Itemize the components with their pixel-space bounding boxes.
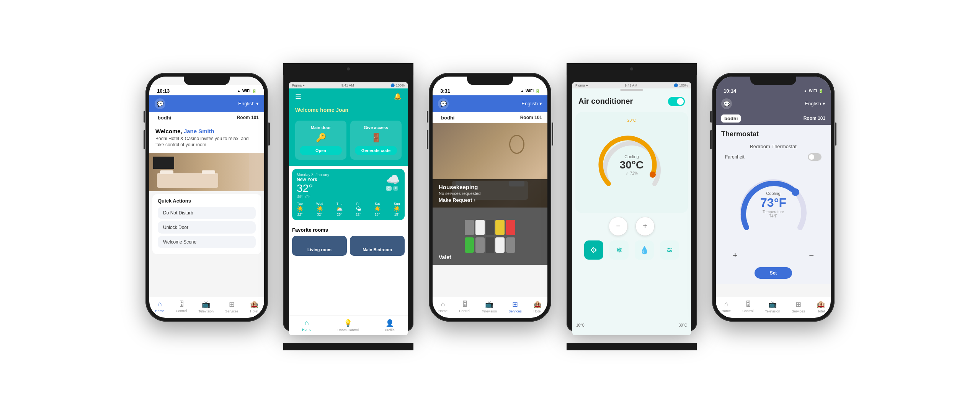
celsius-unit[interactable]: C bbox=[386, 186, 392, 191]
nav-hotel[interactable]: 🏨 Hotel bbox=[817, 300, 825, 313]
welcome-text: Welcome home Joan bbox=[295, 107, 402, 113]
profile-label: Profile bbox=[385, 328, 395, 332]
ac-mode-icons: ⚙ ❄ 💧 ≋ bbox=[572, 240, 691, 260]
volume-up-btn[interactable] bbox=[144, 111, 145, 123]
make-request-button[interactable]: Make Request › bbox=[439, 197, 541, 203]
p5-title-row: bodhi Room 101 bbox=[716, 112, 831, 125]
power-btn[interactable] bbox=[835, 123, 836, 146]
status-icons: ▲ WiFi 🔋 bbox=[237, 89, 256, 93]
ac-power-toggle[interactable] bbox=[668, 97, 685, 106]
do-not-disturb-button[interactable]: Do Not Disturb bbox=[158, 207, 256, 219]
nav-hotel[interactable]: 🏨 Hotel bbox=[533, 300, 542, 313]
status-bar: 3:31 ▲ WiFi 🔋 bbox=[433, 85, 547, 95]
figma-label: Figma ● bbox=[575, 83, 588, 87]
curtain bbox=[249, 153, 264, 191]
chevron-down-icon: ▾ bbox=[823, 101, 825, 106]
ac-gauge-container: 20°C Cooling 30°C ☆ 72% bbox=[575, 112, 688, 213]
unlock-door-button[interactable]: Unlock Door bbox=[158, 221, 256, 234]
weather-date: Monday 3, January bbox=[297, 173, 329, 177]
nav-services[interactable]: ⊞ Services bbox=[508, 300, 522, 313]
settings-icon-button[interactable]: ⚙ bbox=[584, 240, 603, 260]
ac-mode-label: Cooling bbox=[620, 154, 644, 159]
nav-control[interactable]: 🎛 Control bbox=[176, 300, 187, 313]
battery-status: 🔵 100% bbox=[390, 83, 405, 87]
nav-control[interactable]: 🎛 Control bbox=[742, 300, 753, 313]
clock: 9:41 AM bbox=[341, 83, 354, 87]
welcome-scene-button[interactable]: Welcome Scene bbox=[158, 236, 256, 248]
nav-home[interactable]: ⌂ Home bbox=[438, 300, 448, 313]
humidity-icon-button[interactable]: 💧 bbox=[635, 240, 654, 260]
volume-down-btn[interactable] bbox=[144, 130, 145, 149]
hotel-icon: 🏨 bbox=[250, 300, 258, 309]
p2-nav-control[interactable]: 💡 Room Control bbox=[337, 319, 359, 332]
day-icon: ⛅ bbox=[336, 206, 343, 212]
nav-control[interactable]: 🎛 Control bbox=[459, 300, 470, 313]
main-door-title: Main door bbox=[300, 125, 342, 130]
housekeeping-card[interactable]: Housekeeping No services requested Make … bbox=[433, 123, 547, 208]
language-selector[interactable]: English ▾ bbox=[238, 101, 259, 106]
generate-code-button[interactable]: Generate code bbox=[355, 146, 397, 155]
day-temp: 22° bbox=[297, 213, 303, 216]
thermostat-gauge: Cooling 73°F Temperature 74°F bbox=[721, 166, 825, 243]
nav-television[interactable]: 📺 Television bbox=[198, 300, 214, 313]
day-label: Fri bbox=[356, 202, 361, 206]
home-icon: ⌂ bbox=[441, 300, 445, 308]
wind-icon-button[interactable]: ❄ bbox=[609, 240, 629, 260]
nav-hotel[interactable]: 🏨 Hotel bbox=[250, 300, 258, 313]
home-label: Home bbox=[722, 309, 731, 313]
front-camera bbox=[347, 67, 350, 70]
thermostat-title: Thermostat bbox=[721, 130, 825, 138]
volume-down-btn[interactable] bbox=[710, 130, 712, 149]
airflow-icon-button[interactable]: ≋ bbox=[660, 240, 679, 260]
room-number: Room 101 bbox=[804, 116, 825, 121]
decrease-temp-button[interactable]: − bbox=[809, 250, 814, 260]
fahrenheit-toggle[interactable] bbox=[808, 153, 822, 161]
phone1: 10:13 ▲ WiFi 🔋 💬 English bbox=[145, 73, 268, 322]
decrease-temp-button[interactable]: − bbox=[609, 217, 628, 236]
fahrenheit-unit[interactable]: F bbox=[393, 186, 399, 191]
p2-nav-profile[interactable]: 👤 Profile bbox=[385, 319, 395, 332]
power-btn[interactable] bbox=[268, 123, 270, 146]
chat-icon: 💬 bbox=[155, 98, 165, 109]
nav-television[interactable]: 📺 Television bbox=[765, 300, 780, 313]
language-selector[interactable]: English ▾ bbox=[805, 101, 825, 106]
set-thermostat-button[interactable]: Set bbox=[755, 267, 792, 279]
nav-home[interactable]: ⌂ Home bbox=[155, 300, 164, 313]
battery-icon: 🔋 bbox=[252, 89, 256, 93]
ac-header: Air conditioner bbox=[572, 92, 691, 109]
nav-services[interactable]: ⊞ Services bbox=[225, 300, 238, 313]
car-3 bbox=[495, 220, 505, 235]
lane bbox=[486, 220, 494, 235]
front-camera bbox=[630, 67, 633, 70]
quick-actions-title: Quick Actions bbox=[158, 198, 256, 204]
language-selector[interactable]: English ▾ bbox=[521, 101, 542, 106]
day-temp: 15° bbox=[394, 213, 400, 216]
living-room-card[interactable]: Living room bbox=[292, 236, 347, 256]
valet-card[interactable]: Valet bbox=[433, 208, 547, 265]
control-label: Room Control bbox=[337, 328, 359, 332]
day-label: Sun bbox=[394, 202, 400, 206]
open-door-button[interactable]: Open bbox=[300, 146, 342, 155]
bell-icon[interactable]: 🔔 bbox=[394, 93, 402, 100]
favorite-rooms-section: Favorite rooms Living room Main Bedroom bbox=[289, 223, 408, 260]
status-icons: ▲ WiFi 🔋 bbox=[804, 89, 823, 93]
volume-up-btn[interactable] bbox=[710, 111, 712, 123]
car-5 bbox=[465, 237, 474, 253]
signal-icon: ▲ bbox=[804, 89, 807, 93]
chat-icon: 💬 bbox=[438, 98, 449, 109]
nav-home[interactable]: ⌂ Home bbox=[722, 300, 731, 313]
increase-temp-button[interactable]: + bbox=[635, 217, 655, 236]
nav-television[interactable]: 📺 Television bbox=[482, 300, 497, 313]
nav-services[interactable]: ⊞ Services bbox=[792, 300, 805, 313]
hamburger-icon[interactable]: ☰ bbox=[295, 92, 301, 101]
main-bedroom-card[interactable]: Main Bedroom bbox=[350, 236, 405, 256]
p2-nav-home[interactable]: ⌂ Home bbox=[302, 319, 311, 332]
thermostat-content: Thermostat Bedroom Thermostat Farenheit bbox=[716, 125, 831, 284]
volume-down-btn[interactable] bbox=[427, 130, 428, 149]
day-label: Tue bbox=[297, 202, 303, 206]
services-icon: ⊞ bbox=[229, 300, 235, 309]
power-btn[interactable] bbox=[552, 123, 553, 146]
car-4 bbox=[506, 220, 515, 235]
volume-up-btn[interactable] bbox=[427, 111, 428, 123]
increase-temp-button[interactable]: + bbox=[733, 250, 738, 260]
